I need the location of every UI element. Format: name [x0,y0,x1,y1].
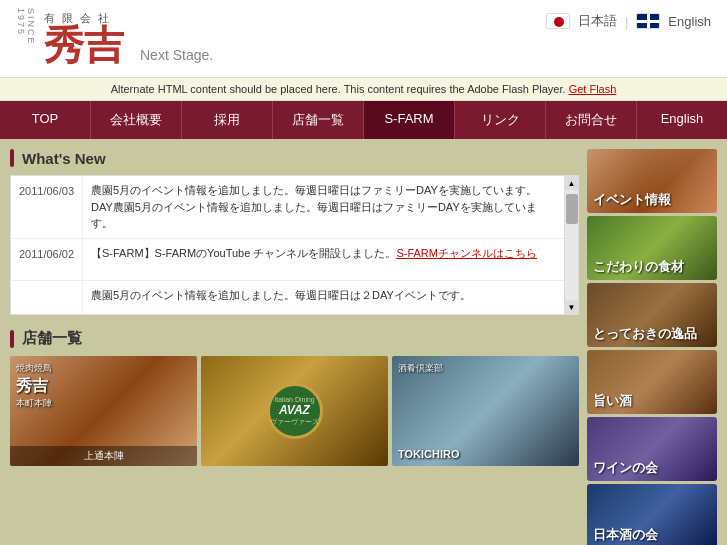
news-row: 農園5月のイベント情報を追加しました。毎週日曜日は２DAYイベントです。 [11,281,564,315]
sidebar-item-wine[interactable]: ワインの会 [587,417,717,481]
avaz-sub-text: Italian Dining [274,396,314,403]
news-row: 2011/06/03 農園5月のイベント情報を追加しました。毎週日曜日はファミリ… [11,176,564,239]
avaz-circle: Italian Dining AVAZ ヴァーヴァーズ [267,383,323,439]
logo-main: 秀吉 [44,26,124,66]
avaz-text: AVAZ [279,403,310,417]
sidebar-label-kodawari: こだわりの食材 [593,258,711,276]
nav-item-english[interactable]: English [637,101,727,139]
sidebar-item-totteoki[interactable]: とっておきの逸品 [587,283,717,347]
sidebar-label-wine: ワインの会 [593,459,711,477]
scrollbar-down-button[interactable]: ▼ [565,300,579,314]
flag-en-icon[interactable] [636,13,660,29]
whats-new-title-text: What's New [22,150,106,167]
store-grid: 焼肉焼鳥 秀吉 本町本陣 上通本陣 Italian Dining AVAZ ヴァ… [10,356,579,466]
news-content: 2011/06/03 農園5月のイベント情報を追加しました。毎週日曜日はファミリ… [11,176,564,314]
store-thumb-tokichiro[interactable]: 酒肴倶楽部 TOKICHIRO [392,356,579,466]
flag-jp-icon[interactable] [546,13,570,29]
news-date-2: 2011/06/02 [11,239,83,280]
sidebar-item-sake[interactable]: 旨い酒 [587,350,717,414]
store-thumb-avaz[interactable]: Italian Dining AVAZ ヴァーヴァーズ [201,356,388,466]
sidebar-label-totteoki: とっておきの逸品 [593,325,711,343]
main-nav: TOP 会社概要 採用 店舗一覧 S-FARM リンク お問合せ English [0,101,727,139]
avaz-sub2-text: ヴァーヴァーズ [270,417,319,427]
next-stage-label: Next Stage. [140,47,213,69]
logo-container: 有 限 会 社 秀吉 [44,11,124,66]
nav-item-top[interactable]: TOP [0,101,91,139]
scrollbar[interactable]: ▲ ▼ [564,176,578,314]
store-thumb-honten[interactable]: 焼肉焼鳥 秀吉 本町本陣 上通本陣 [10,356,197,466]
scrollbar-thumb[interactable] [566,194,578,224]
since-text: SINCE 1975 [16,8,36,69]
store-name-3: TOKICHIRO [398,448,460,460]
lang-jp-link[interactable]: 日本語 [578,12,617,30]
sidebar: イベント情報 こだわりの食材 とっておきの逸品 旨い酒 ワインの会 日本酒の会 … [587,149,717,545]
news-box: 2011/06/03 農園5月のイベント情報を追加しました。毎週日曜日はファミリ… [10,175,579,315]
news-date-3 [11,281,83,315]
news-date-1: 2011/06/03 [11,176,83,238]
store-section-title-text: 店舗一覧 [22,329,82,348]
sidebar-item-nihonshu[interactable]: 日本酒の会 [587,484,717,545]
news-row: 2011/06/02 【S-FARM】S-FARMのYouTube チャンネルを… [11,239,564,281]
store-subname-1: 上通本陣 [10,446,197,466]
whats-new-title: What's New [10,149,579,167]
sidebar-item-event[interactable]: イベント情報 [587,149,717,213]
lang-en-link[interactable]: English [668,14,711,29]
scrollbar-up-button[interactable]: ▲ [565,176,579,190]
nav-item-company[interactable]: 会社概要 [91,101,182,139]
sfarm-channel-link[interactable]: S-FARMチャンネルはこちら [396,247,537,259]
nav-item-contact[interactable]: お問合せ [546,101,637,139]
store-section: 店舗一覧 焼肉焼鳥 秀吉 本町本陣 上通本陣 Italian Dining [10,329,579,466]
news-text-3: 農園5月のイベント情報を追加しました。毎週日曜日は２DAYイベントです。 [83,281,564,315]
sidebar-label-nihonshu: 日本酒の会 [593,526,711,544]
avaz-logo: Italian Dining AVAZ ヴァーヴァーズ [267,383,323,439]
header: SINCE 1975 有 限 会 社 秀吉 Next Stage. 日本語 | … [0,0,727,78]
get-flash-link[interactable]: Get Flash [569,83,617,95]
lang-divider: | [625,14,628,29]
content-area: What's New 2011/06/03 農園5月のイベント情報を追加しました… [10,149,579,545]
flash-notice: Alternate HTML content should be placed … [0,78,727,101]
nav-item-links[interactable]: リンク [455,101,546,139]
news-text-2: 【S-FARM】S-FARMのYouTube チャンネルを開設しました。S-FA… [83,239,564,280]
lang-switcher: 日本語 | English [546,12,711,30]
nav-item-recruit[interactable]: 採用 [182,101,273,139]
sidebar-label-event: イベント情報 [593,191,711,209]
nav-item-sfarm[interactable]: S-FARM [364,101,455,139]
sidebar-item-kodawari[interactable]: こだわりの食材 [587,216,717,280]
store-brand-3: 酒肴倶楽部 [398,362,443,375]
store-brand-1: 焼肉焼鳥 秀吉 本町本陣 [16,362,52,410]
main-layout: What's New 2011/06/03 農園5月のイベント情報を追加しました… [0,139,727,545]
sidebar-label-sake: 旨い酒 [593,392,711,410]
nav-item-stores[interactable]: 店舗一覧 [273,101,364,139]
scrollbar-track [565,190,578,300]
news-text-1: 農園5月のイベント情報を追加しました。毎週日曜日はファミリーDAYを実施していま… [83,176,564,238]
flash-text: Alternate HTML content should be placed … [111,83,566,95]
store-section-title: 店舗一覧 [10,329,579,348]
